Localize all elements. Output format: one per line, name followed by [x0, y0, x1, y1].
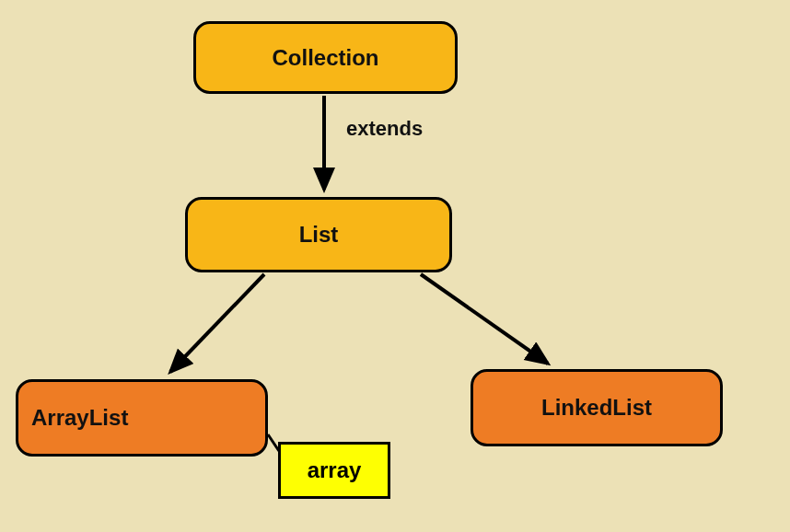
node-list: List — [185, 197, 452, 272]
node-linkedlist: LinkedList — [471, 369, 723, 446]
node-collection: Collection — [193, 21, 458, 94]
node-arraylist-label: ArrayList — [31, 405, 128, 431]
node-list-label: List — [299, 222, 339, 248]
edge-label-extends: extends — [346, 117, 423, 141]
node-array-store-label: array — [308, 457, 362, 483]
node-linkedlist-label: LinkedList — [541, 395, 652, 421]
edge-list-to-linkedlist — [421, 274, 548, 364]
edge-list-to-arraylist — [170, 274, 264, 372]
node-array-store: array — [278, 442, 390, 499]
node-arraylist: ArrayList — [16, 379, 268, 457]
node-collection-label: Collection — [272, 45, 378, 71]
